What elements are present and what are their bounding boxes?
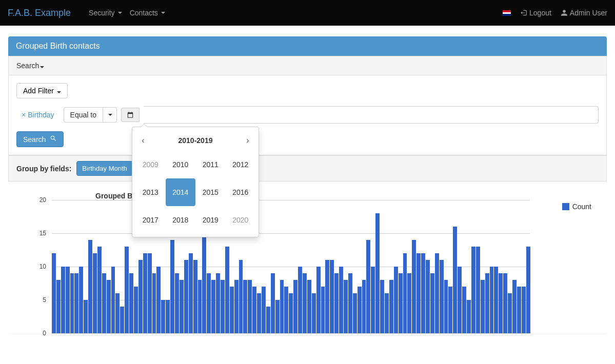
- bar[interactable]: [74, 273, 78, 333]
- bar[interactable]: [358, 287, 362, 333]
- language-flag[interactable]: [503, 10, 511, 16]
- bar[interactable]: [476, 247, 480, 333]
- bar[interactable]: [207, 273, 211, 333]
- bar[interactable]: [421, 253, 425, 333]
- bar[interactable]: [339, 267, 343, 333]
- bar[interactable]: [111, 267, 115, 333]
- year-2017[interactable]: 2017: [135, 206, 166, 234]
- brand[interactable]: F.A.B. Example: [8, 8, 71, 18]
- logout-link[interactable]: Logout: [520, 9, 551, 17]
- bar[interactable]: [148, 253, 152, 333]
- year-2009[interactable]: 2009: [135, 151, 166, 178]
- bar[interactable]: [366, 240, 370, 333]
- date-input[interactable]: [144, 106, 599, 124]
- year-2011[interactable]: 2011: [195, 151, 226, 178]
- bar[interactable]: [380, 280, 384, 333]
- bar[interactable]: [93, 253, 97, 333]
- bar[interactable]: [84, 300, 88, 333]
- bar[interactable]: [467, 300, 471, 333]
- bar[interactable]: [284, 287, 288, 333]
- year-2016[interactable]: 2016: [226, 178, 256, 206]
- bar[interactable]: [344, 280, 348, 333]
- bar[interactable]: [202, 233, 206, 333]
- bar[interactable]: [234, 280, 239, 333]
- bar[interactable]: [175, 273, 179, 333]
- bar[interactable]: [353, 293, 357, 333]
- bar[interactable]: [52, 253, 56, 333]
- bar[interactable]: [216, 273, 220, 333]
- bar[interactable]: [125, 247, 129, 333]
- bar[interactable]: [120, 307, 124, 333]
- bar[interactable]: [485, 273, 489, 333]
- datepicker-title[interactable]: 2010-2019: [151, 136, 240, 145]
- datepicker-prev[interactable]: ‹: [135, 136, 151, 145]
- bar[interactable]: [97, 247, 102, 333]
- filter-remove-birthday[interactable]: ×Birthday: [16, 108, 59, 122]
- bar[interactable]: [257, 293, 261, 333]
- year-2010[interactable]: 2010: [166, 151, 196, 178]
- bar[interactable]: [156, 267, 161, 333]
- bar[interactable]: [403, 253, 407, 333]
- bar[interactable]: [385, 293, 389, 333]
- calendar-button[interactable]: [121, 108, 140, 122]
- bar[interactable]: [129, 273, 133, 333]
- bar[interactable]: [230, 287, 234, 333]
- bar[interactable]: [107, 280, 111, 333]
- bar[interactable]: [394, 267, 398, 333]
- year-2014[interactable]: 2014: [166, 178, 196, 206]
- year-2015[interactable]: 2015: [195, 178, 226, 206]
- bar[interactable]: [440, 260, 444, 333]
- bar[interactable]: [321, 287, 325, 333]
- bar[interactable]: [435, 253, 439, 333]
- bar[interactable]: [221, 280, 225, 333]
- bar[interactable]: [262, 287, 266, 333]
- year-2020[interactable]: 2020: [226, 206, 256, 234]
- bar[interactable]: [330, 260, 334, 333]
- bar[interactable]: [471, 247, 475, 333]
- bar[interactable]: [453, 227, 457, 333]
- bar[interactable]: [526, 247, 530, 333]
- bar[interactable]: [189, 253, 193, 333]
- bar[interactable]: [166, 300, 170, 333]
- bar[interactable]: [61, 267, 65, 333]
- bar[interactable]: [271, 273, 275, 333]
- bar[interactable]: [193, 260, 197, 333]
- bar[interactable]: [430, 273, 434, 333]
- bar[interactable]: [252, 287, 256, 333]
- bar[interactable]: [348, 273, 352, 333]
- operator-toggle[interactable]: [103, 107, 117, 123]
- bar[interactable]: [444, 280, 448, 333]
- bar[interactable]: [517, 287, 521, 333]
- bar[interactable]: [298, 267, 302, 333]
- bar[interactable]: [138, 260, 143, 333]
- bar[interactable]: [198, 280, 202, 333]
- bar[interactable]: [115, 293, 120, 333]
- bar[interactable]: [503, 273, 507, 333]
- bar[interactable]: [170, 240, 174, 333]
- bar[interactable]: [280, 280, 284, 333]
- bar[interactable]: [56, 280, 61, 333]
- filter-operator[interactable]: Equal to: [64, 107, 117, 123]
- add-filter-button[interactable]: Add Filter: [16, 83, 68, 98]
- bar[interactable]: [399, 273, 403, 333]
- bar[interactable]: [70, 273, 74, 333]
- bar[interactable]: [134, 287, 138, 333]
- bar[interactable]: [407, 273, 411, 333]
- bar[interactable]: [494, 267, 498, 333]
- bar[interactable]: [458, 267, 462, 333]
- bar[interactable]: [426, 260, 430, 333]
- year-2013[interactable]: 2013: [135, 178, 166, 206]
- groupby-birthday-month[interactable]: Birthday Month: [76, 161, 132, 176]
- bar[interactable]: [88, 240, 92, 333]
- bar[interactable]: [499, 273, 503, 333]
- bar[interactable]: [508, 293, 512, 333]
- bar[interactable]: [248, 280, 252, 333]
- bar[interactable]: [239, 260, 243, 333]
- search-button[interactable]: Search: [16, 131, 64, 147]
- bar[interactable]: [448, 287, 452, 333]
- bar[interactable]: [143, 253, 147, 333]
- bar[interactable]: [79, 267, 83, 333]
- bar[interactable]: [225, 247, 229, 333]
- bar[interactable]: [522, 287, 526, 333]
- bar[interactable]: [184, 260, 188, 333]
